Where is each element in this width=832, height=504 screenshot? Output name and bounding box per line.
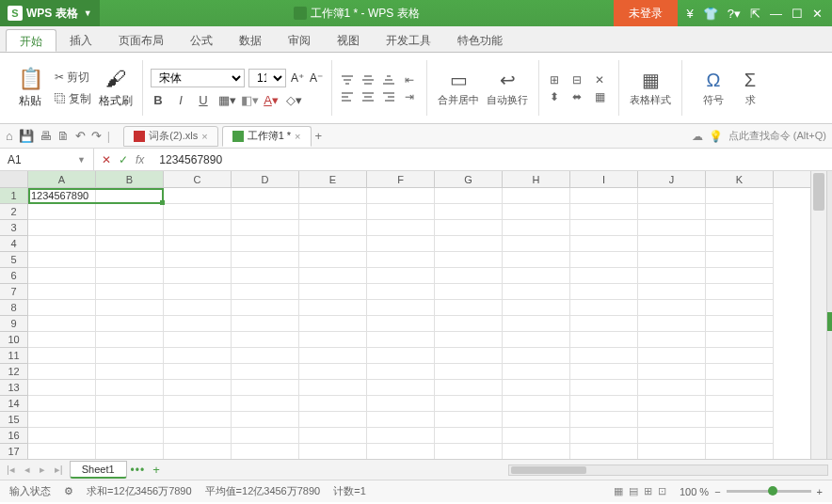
vertical-scrollbar[interactable] [810,171,826,459]
cell[interactable] [164,220,232,236]
indent-increase-button[interactable]: ⇥ [402,90,417,103]
cell[interactable] [367,252,435,268]
cell[interactable] [96,252,164,268]
cell[interactable] [367,412,435,428]
row-header[interactable]: 2 [0,204,28,220]
cell[interactable] [706,396,774,412]
sheet-nav-next[interactable]: ▸ [37,464,48,476]
cell[interactable] [299,332,367,348]
cell[interactable] [96,300,164,316]
cell[interactable] [28,380,96,396]
cell[interactable] [503,364,570,380]
cell[interactable] [638,444,706,459]
cell[interactable] [367,348,435,364]
cell[interactable] [435,396,503,412]
minimize-button[interactable]: — [770,7,782,21]
cell[interactable] [435,348,503,364]
cell[interactable] [503,220,570,236]
row-header[interactable]: 13 [0,380,28,396]
close-tab-icon[interactable]: × [295,131,300,142]
tab-data[interactable]: 数据 [226,29,275,52]
cell[interactable] [96,396,164,412]
align-left-button[interactable] [340,90,355,103]
confirm-edit-button[interactable]: ✓ [119,153,128,166]
cell[interactable] [638,236,706,252]
view-page-button[interactable]: ▤ [629,485,638,497]
view-reading-button[interactable]: ⊡ [658,485,666,497]
cell[interactable] [435,188,503,204]
cell[interactable] [503,348,570,364]
cell[interactable] [299,348,367,364]
cell[interactable] [28,220,96,236]
merge-cells-button[interactable]: ▭合并居中 [435,69,482,107]
cell[interactable] [706,204,774,220]
cell[interactable] [435,428,503,444]
cell[interactable] [638,188,706,204]
col-header-G[interactable]: G [435,171,503,187]
grid[interactable]: A B C D E F G H I J K 112345678902345678… [0,171,810,459]
cell[interactable] [299,300,367,316]
cell[interactable] [638,332,706,348]
cell[interactable] [232,348,299,364]
cell[interactable] [164,204,232,220]
cell[interactable] [96,316,164,332]
cell[interactable] [299,412,367,428]
symbol-button[interactable]: Ω符号 [690,70,737,107]
cell[interactable] [28,284,96,300]
cell[interactable] [28,348,96,364]
cell[interactable] [706,332,774,348]
cell[interactable] [435,364,503,380]
cell[interactable] [299,444,367,459]
cell[interactable] [706,428,774,444]
login-button[interactable]: 未登录 [614,0,678,26]
cell[interactable] [96,204,164,220]
cell[interactable] [706,284,774,300]
cell[interactable] [570,188,638,204]
increase-font-button[interactable]: A⁺ [290,71,305,85]
italic-button[interactable]: I [173,93,188,107]
cell[interactable] [367,236,435,252]
row-header[interactable]: 11 [0,348,28,364]
format-painter-button[interactable]: 🖌 格式刷 [97,67,135,109]
cell[interactable] [232,252,299,268]
zoom-knob[interactable] [768,486,777,496]
horizontal-scrollbar[interactable] [508,465,828,476]
cell[interactable] [435,316,503,332]
cell[interactable] [28,396,96,412]
cell[interactable] [638,284,706,300]
undo-icon[interactable]: ↶ [75,129,86,143]
cell[interactable] [706,364,774,380]
cell[interactable] [164,348,232,364]
wrap-text-button[interactable]: ↩自动换行 [484,69,531,107]
insert-col-button[interactable]: ⊟ [569,73,584,87]
cell[interactable] [299,364,367,380]
print-preview-icon[interactable]: 🗎 [57,129,70,143]
cell[interactable] [96,412,164,428]
col-header-E[interactable]: E [299,171,367,187]
cell[interactable] [96,236,164,252]
cell[interactable] [367,188,435,204]
zoom-slider[interactable] [727,490,811,493]
delete-button[interactable]: ✕ [592,73,607,87]
cell[interactable]: 1234567890 [28,188,96,204]
view-break-button[interactable]: ⊞ [644,485,652,497]
cell[interactable] [164,268,232,284]
cell[interactable] [638,396,706,412]
zoom-in-button[interactable]: + [817,486,823,497]
cell[interactable] [164,300,232,316]
col-header-J[interactable]: J [638,171,706,187]
cell[interactable] [164,332,232,348]
cell[interactable] [164,252,232,268]
select-all-corner[interactable] [0,171,28,187]
cell[interactable] [638,348,706,364]
cell[interactable] [232,380,299,396]
col-header-F[interactable]: F [367,171,435,187]
col-header-K[interactable]: K [706,171,774,187]
col-header-H[interactable]: H [503,171,570,187]
cell[interactable] [638,316,706,332]
col-header-D[interactable]: D [232,171,299,187]
table-style-button[interactable]: ▦表格样式 [627,69,674,107]
cell[interactable] [299,220,367,236]
cell[interactable] [28,428,96,444]
cell[interactable] [96,220,164,236]
